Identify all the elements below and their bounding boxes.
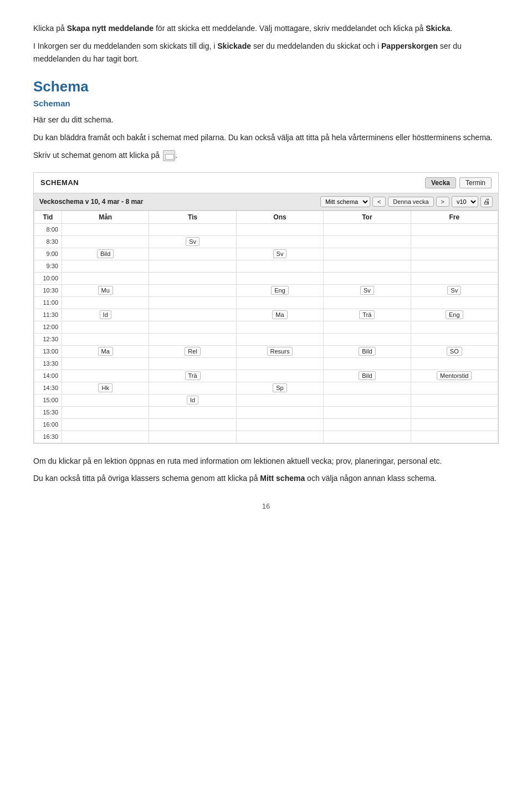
lesson-label[interactable]: Bild bbox=[359, 347, 375, 356]
lesson-label[interactable]: Id bbox=[187, 396, 198, 404]
cell-fre[interactable]: SO bbox=[411, 345, 498, 357]
cell-ons[interactable]: Ma bbox=[236, 309, 323, 321]
lesson-label[interactable]: Eng bbox=[271, 286, 289, 295]
time-cell: 13:00 bbox=[34, 345, 62, 357]
cell-man[interactable]: Mu bbox=[62, 284, 149, 296]
cell-ons bbox=[236, 357, 323, 370]
table-row: 10:00 bbox=[34, 272, 498, 284]
cell-ons bbox=[236, 321, 323, 333]
time-cell: 15:00 bbox=[34, 394, 62, 406]
cell-tor bbox=[324, 223, 411, 235]
lesson-label[interactable]: Ma bbox=[272, 310, 287, 319]
cell-tis[interactable]: Id bbox=[149, 394, 236, 406]
cell-man bbox=[62, 272, 149, 284]
cell-fre bbox=[411, 248, 498, 260]
lesson-label[interactable]: Mentorstid bbox=[437, 371, 472, 380]
intro-para2: I Inkorgen ser du meddelanden som skicka… bbox=[33, 40, 499, 65]
time-cell: 9:30 bbox=[34, 260, 62, 272]
lesson-label[interactable]: Ma bbox=[98, 347, 113, 356]
lesson-label[interactable]: Sv bbox=[447, 286, 461, 295]
cell-tis bbox=[149, 309, 236, 321]
cell-man[interactable]: Bild bbox=[62, 248, 149, 260]
cell-man[interactable]: Ma bbox=[62, 345, 149, 357]
lesson-label[interactable]: Bild bbox=[359, 371, 375, 380]
cell-tor bbox=[324, 382, 411, 394]
cell-ons bbox=[236, 370, 323, 382]
cell-fre[interactable]: Mentorstid bbox=[411, 370, 498, 382]
termin-button[interactable]: Termin bbox=[459, 177, 492, 188]
table-row: 12:00 bbox=[34, 321, 498, 333]
time-cell: 12:30 bbox=[34, 333, 62, 345]
table-row: 16:00 bbox=[34, 418, 498, 431]
lesson-label[interactable]: Id bbox=[100, 310, 111, 319]
cell-ons bbox=[236, 418, 323, 431]
cell-tor bbox=[324, 272, 411, 284]
schema-heading: Schema bbox=[33, 78, 499, 95]
schema-widget: SCHEMAN Vecka Termin Veckoschema v 10, 4… bbox=[33, 172, 499, 444]
cell-ons[interactable]: Eng bbox=[236, 284, 323, 296]
table-row: 9:30 bbox=[34, 260, 498, 272]
cell-ons[interactable]: Sp bbox=[236, 382, 323, 394]
cell-tis bbox=[149, 406, 236, 418]
lesson-label[interactable]: Sv bbox=[360, 286, 374, 295]
lesson-label[interactable]: Sv bbox=[273, 249, 287, 258]
denna-vecka-button[interactable]: Denna vecka bbox=[388, 197, 433, 207]
next-week-button[interactable]: > bbox=[436, 197, 449, 207]
lesson-label[interactable]: Rel bbox=[185, 347, 201, 356]
table-row: 13:30 bbox=[34, 357, 498, 370]
time-cell: 11:30 bbox=[34, 309, 62, 321]
cell-tor[interactable]: Bild bbox=[324, 370, 411, 382]
cell-ons bbox=[236, 235, 323, 248]
cell-fre bbox=[411, 296, 498, 309]
cell-man bbox=[62, 370, 149, 382]
lesson-label[interactable]: Trä bbox=[185, 371, 201, 380]
lesson-label[interactable]: Eng bbox=[446, 310, 463, 319]
cell-ons bbox=[236, 260, 323, 272]
cell-ons[interactable]: Resurs bbox=[236, 345, 323, 357]
lesson-label[interactable]: Bild bbox=[97, 249, 114, 258]
col-tid: Tid bbox=[34, 211, 62, 223]
cell-tor[interactable]: Sv bbox=[324, 284, 411, 296]
lesson-label[interactable]: Trä bbox=[359, 310, 375, 319]
cell-tor bbox=[324, 418, 411, 431]
lesson-label[interactable]: Resurs bbox=[267, 347, 293, 356]
cell-tor bbox=[324, 357, 411, 370]
cell-tis[interactable]: Sv bbox=[149, 235, 236, 248]
cell-man[interactable]: Id bbox=[62, 309, 149, 321]
cell-fre bbox=[411, 418, 498, 431]
lesson-label[interactable]: Hk bbox=[98, 383, 112, 392]
time-cell: 12:00 bbox=[34, 321, 62, 333]
cell-tor bbox=[324, 260, 411, 272]
col-tor: Tor bbox=[324, 211, 411, 223]
cell-ons[interactable]: Sv bbox=[236, 248, 323, 260]
schedule-table: Tid Mån Tis Ons Tor Fre 8:008:30Sv9:00Bi… bbox=[34, 211, 498, 443]
cell-tor bbox=[324, 248, 411, 260]
lesson-label[interactable]: Mu bbox=[98, 286, 113, 295]
table-row: 11:30IdMaTräEng bbox=[34, 309, 498, 321]
schema-subheading: Scheman bbox=[33, 99, 499, 108]
table-row: 10:30MuEngSvSv bbox=[34, 284, 498, 296]
vecka-button[interactable]: Vecka bbox=[425, 177, 456, 188]
cell-tis[interactable]: Rel bbox=[149, 345, 236, 357]
cell-tis[interactable]: Trä bbox=[149, 370, 236, 382]
print-icon-inline bbox=[163, 150, 175, 161]
prev-week-button[interactable]: < bbox=[372, 197, 386, 207]
cell-fre[interactable]: Sv bbox=[411, 284, 498, 296]
print-button[interactable]: 🖨 bbox=[480, 196, 493, 207]
mitt-schema-select[interactable]: Mitt schema bbox=[320, 196, 370, 207]
cell-man bbox=[62, 418, 149, 431]
schema-label: SCHEMAN bbox=[40, 178, 79, 187]
cell-tor[interactable]: Bild bbox=[324, 345, 411, 357]
cell-fre bbox=[411, 382, 498, 394]
cell-man[interactable]: Hk bbox=[62, 382, 149, 394]
lesson-label[interactable]: Sv bbox=[186, 237, 200, 246]
cell-tis bbox=[149, 284, 236, 296]
lesson-label[interactable]: Sp bbox=[273, 383, 287, 392]
page-number: 16 bbox=[33, 502, 499, 510]
cell-tor[interactable]: Trä bbox=[324, 309, 411, 321]
lesson-label[interactable]: SO bbox=[447, 347, 462, 356]
v10-select[interactable]: v10 bbox=[452, 196, 478, 207]
cell-tor bbox=[324, 333, 411, 345]
cell-man bbox=[62, 321, 149, 333]
cell-fre[interactable]: Eng bbox=[411, 309, 498, 321]
